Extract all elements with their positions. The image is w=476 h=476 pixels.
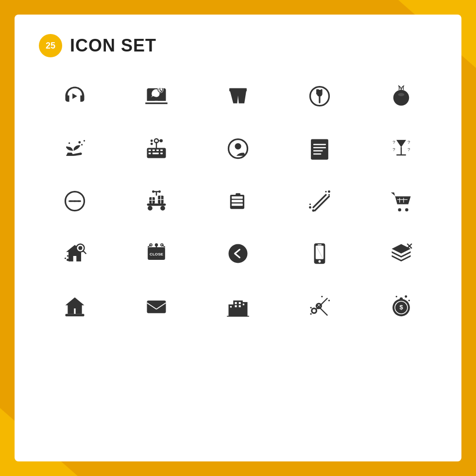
page-title: ICON SET — [70, 35, 156, 56]
icon-tomato — [382, 77, 421, 116]
svg-text:$: $ — [399, 304, 403, 311]
svg-rect-111 — [243, 304, 244, 305]
icon-cocktail-question: ? ? ? ? — [382, 129, 421, 168]
svg-rect-106 — [235, 302, 237, 304]
icon-scissors-dots — [300, 287, 339, 325]
svg-point-21 — [151, 139, 153, 142]
icon-keyboard-cable — [137, 129, 176, 168]
svg-point-77 — [67, 259, 69, 261]
svg-rect-12 — [149, 150, 151, 151]
svg-point-3 — [393, 90, 409, 106]
svg-rect-16 — [149, 153, 151, 154]
svg-rect-57 — [232, 204, 243, 206]
icon-battery-full — [219, 182, 257, 221]
svg-rect-112 — [237, 311, 239, 316]
svg-point-6 — [78, 141, 81, 144]
svg-point-127 — [400, 297, 403, 301]
svg-rect-26 — [313, 144, 326, 145]
svg-text:?: ? — [408, 139, 410, 145]
svg-point-123 — [310, 313, 312, 315]
svg-text:?: ? — [408, 147, 410, 152]
svg-point-81 — [155, 243, 158, 247]
svg-point-7 — [84, 140, 85, 141]
svg-point-51 — [152, 190, 154, 193]
svg-text:?: ? — [392, 139, 395, 145]
svg-rect-17 — [153, 153, 159, 154]
svg-point-61 — [312, 209, 315, 212]
svg-point-65 — [309, 204, 311, 205]
svg-point-62 — [328, 190, 330, 193]
svg-point-121 — [321, 296, 323, 297]
svg-point-88 — [229, 244, 248, 263]
icon-house-upload — [55, 287, 94, 325]
svg-rect-42 — [147, 204, 166, 206]
svg-point-22 — [151, 143, 153, 145]
svg-rect-13 — [153, 150, 155, 151]
icon-dollar-coin: $ — [382, 287, 421, 325]
icon-shorts — [219, 77, 257, 116]
icon-user-circle — [219, 129, 257, 168]
svg-line-76 — [83, 251, 86, 254]
icon-home-location — [55, 234, 94, 273]
svg-point-39 — [70, 200, 71, 202]
svg-point-70 — [405, 208, 408, 212]
icons-grid: ? ? ? ? — [39, 77, 437, 325]
icon-document-lines — [300, 129, 339, 168]
svg-point-79 — [65, 257, 66, 259]
icon-plant-hand — [55, 129, 94, 168]
svg-rect-68 — [405, 198, 408, 203]
svg-point-8 — [81, 144, 83, 145]
svg-point-130 — [396, 296, 397, 297]
svg-rect-54 — [236, 193, 240, 196]
svg-point-10 — [66, 146, 68, 148]
svg-point-52 — [158, 190, 161, 193]
svg-point-60 — [309, 206, 311, 209]
svg-point-9 — [68, 142, 70, 144]
svg-rect-66 — [397, 198, 400, 203]
svg-rect-110 — [230, 306, 232, 307]
svg-point-43 — [148, 206, 153, 211]
svg-rect-99 — [66, 314, 85, 316]
svg-rect-56 — [232, 200, 243, 203]
icon-diagonal-lines-dots — [300, 182, 339, 221]
svg-point-129 — [408, 300, 410, 301]
svg-point-78 — [67, 255, 68, 256]
svg-marker-30 — [396, 140, 406, 147]
icon-conveyor-boxes — [137, 182, 176, 221]
icon-laptop-refresh — [137, 77, 176, 116]
icon-layers-x — [382, 234, 421, 273]
badge-number: 25 — [39, 34, 62, 57]
main-card: 25 ICON SET — [15, 15, 461, 461]
svg-rect-92 — [318, 244, 322, 245]
svg-rect-55 — [232, 196, 243, 199]
svg-point-69 — [398, 208, 402, 212]
svg-rect-29 — [313, 153, 321, 154]
svg-point-115 — [312, 309, 316, 313]
svg-rect-1 — [229, 88, 247, 92]
icon-smartphone — [300, 234, 339, 273]
svg-point-44 — [160, 206, 165, 211]
icon-shopping-cart — [382, 182, 421, 221]
svg-point-63 — [325, 191, 326, 192]
svg-point-64 — [328, 194, 330, 195]
svg-rect-18 — [160, 153, 163, 154]
svg-point-122 — [328, 300, 330, 301]
icon-plate-utensils — [300, 77, 339, 116]
svg-point-128 — [405, 295, 407, 298]
icon-minus-circle — [55, 182, 94, 221]
svg-rect-25 — [311, 139, 328, 160]
svg-rect-14 — [156, 150, 159, 151]
svg-point-24 — [235, 143, 241, 150]
svg-text:CLOSE: CLOSE — [150, 252, 164, 256]
svg-rect-15 — [160, 150, 163, 151]
svg-point-40 — [74, 200, 75, 202]
svg-point-41 — [78, 200, 80, 202]
icon-headphones-play — [55, 77, 94, 116]
icon-arrow-left-circle — [219, 234, 257, 273]
header: 25 ICON SET — [39, 34, 437, 57]
svg-rect-109 — [239, 305, 241, 307]
icon-message-card — [137, 287, 176, 325]
svg-text:?: ? — [392, 147, 395, 152]
svg-rect-27 — [313, 147, 326, 148]
svg-rect-107 — [239, 302, 241, 304]
